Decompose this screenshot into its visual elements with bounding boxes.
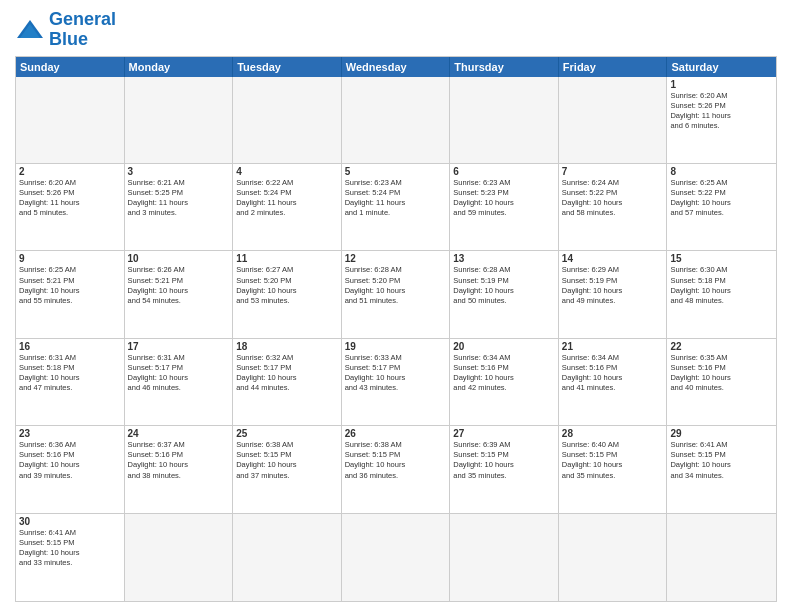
- calendar-cell: [233, 77, 342, 164]
- calendar-cell: [233, 514, 342, 601]
- date-number: 7: [562, 166, 664, 177]
- date-number: 4: [236, 166, 338, 177]
- cell-content: Sunrise: 6:33 AM Sunset: 5:17 PM Dayligh…: [345, 353, 447, 394]
- date-number: 11: [236, 253, 338, 264]
- day-header-friday: Friday: [559, 57, 668, 77]
- day-header-monday: Monday: [125, 57, 234, 77]
- date-number: 18: [236, 341, 338, 352]
- cell-content: Sunrise: 6:21 AM Sunset: 5:25 PM Dayligh…: [128, 178, 230, 219]
- cell-content: Sunrise: 6:41 AM Sunset: 5:15 PM Dayligh…: [670, 440, 773, 481]
- calendar-cell: 3Sunrise: 6:21 AM Sunset: 5:25 PM Daylig…: [125, 164, 234, 251]
- cell-content: Sunrise: 6:34 AM Sunset: 5:16 PM Dayligh…: [453, 353, 555, 394]
- date-number: 3: [128, 166, 230, 177]
- day-header-sunday: Sunday: [16, 57, 125, 77]
- logo-text: GeneralBlue: [49, 10, 116, 50]
- cell-content: Sunrise: 6:25 AM Sunset: 5:22 PM Dayligh…: [670, 178, 773, 219]
- date-number: 28: [562, 428, 664, 439]
- page: GeneralBlue SundayMondayTuesdayWednesday…: [0, 0, 792, 612]
- calendar-cell: 21Sunrise: 6:34 AM Sunset: 5:16 PM Dayli…: [559, 339, 668, 426]
- calendar-cell: 23Sunrise: 6:36 AM Sunset: 5:16 PM Dayli…: [16, 426, 125, 513]
- calendar-cell: 6Sunrise: 6:23 AM Sunset: 5:23 PM Daylig…: [450, 164, 559, 251]
- date-number: 16: [19, 341, 121, 352]
- calendar-cell: 8Sunrise: 6:25 AM Sunset: 5:22 PM Daylig…: [667, 164, 776, 251]
- date-number: 27: [453, 428, 555, 439]
- calendar: SundayMondayTuesdayWednesdayThursdayFrid…: [15, 56, 777, 602]
- calendar-cell: [559, 77, 668, 164]
- cell-content: Sunrise: 6:41 AM Sunset: 5:15 PM Dayligh…: [19, 528, 121, 569]
- cell-content: Sunrise: 6:31 AM Sunset: 5:18 PM Dayligh…: [19, 353, 121, 394]
- date-number: 21: [562, 341, 664, 352]
- cell-content: Sunrise: 6:36 AM Sunset: 5:16 PM Dayligh…: [19, 440, 121, 481]
- date-number: 24: [128, 428, 230, 439]
- cell-content: Sunrise: 6:20 AM Sunset: 5:26 PM Dayligh…: [670, 91, 773, 132]
- cell-content: Sunrise: 6:28 AM Sunset: 5:19 PM Dayligh…: [453, 265, 555, 306]
- date-number: 2: [19, 166, 121, 177]
- day-header-saturday: Saturday: [667, 57, 776, 77]
- calendar-cell: 15Sunrise: 6:30 AM Sunset: 5:18 PM Dayli…: [667, 251, 776, 338]
- calendar-cell: 19Sunrise: 6:33 AM Sunset: 5:17 PM Dayli…: [342, 339, 451, 426]
- day-header-tuesday: Tuesday: [233, 57, 342, 77]
- logo: GeneralBlue: [15, 10, 116, 50]
- cell-content: Sunrise: 6:29 AM Sunset: 5:19 PM Dayligh…: [562, 265, 664, 306]
- cell-content: Sunrise: 6:40 AM Sunset: 5:15 PM Dayligh…: [562, 440, 664, 481]
- date-number: 14: [562, 253, 664, 264]
- date-number: 23: [19, 428, 121, 439]
- calendar-cell: [342, 77, 451, 164]
- cell-content: Sunrise: 6:34 AM Sunset: 5:16 PM Dayligh…: [562, 353, 664, 394]
- cell-content: Sunrise: 6:30 AM Sunset: 5:18 PM Dayligh…: [670, 265, 773, 306]
- calendar-grid: 1Sunrise: 6:20 AM Sunset: 5:26 PM Daylig…: [16, 77, 776, 601]
- date-number: 6: [453, 166, 555, 177]
- date-number: 10: [128, 253, 230, 264]
- calendar-cell: 26Sunrise: 6:38 AM Sunset: 5:15 PM Dayli…: [342, 426, 451, 513]
- cell-content: Sunrise: 6:38 AM Sunset: 5:15 PM Dayligh…: [345, 440, 447, 481]
- calendar-cell: 2Sunrise: 6:20 AM Sunset: 5:26 PM Daylig…: [16, 164, 125, 251]
- cell-content: Sunrise: 6:22 AM Sunset: 5:24 PM Dayligh…: [236, 178, 338, 219]
- calendar-cell: 30Sunrise: 6:41 AM Sunset: 5:15 PM Dayli…: [16, 514, 125, 601]
- date-number: 8: [670, 166, 773, 177]
- cell-content: Sunrise: 6:23 AM Sunset: 5:24 PM Dayligh…: [345, 178, 447, 219]
- calendar-cell: [342, 514, 451, 601]
- calendar-cell: 25Sunrise: 6:38 AM Sunset: 5:15 PM Dayli…: [233, 426, 342, 513]
- calendar-cell: 4Sunrise: 6:22 AM Sunset: 5:24 PM Daylig…: [233, 164, 342, 251]
- date-number: 20: [453, 341, 555, 352]
- date-number: 22: [670, 341, 773, 352]
- cell-content: Sunrise: 6:39 AM Sunset: 5:15 PM Dayligh…: [453, 440, 555, 481]
- cell-content: Sunrise: 6:24 AM Sunset: 5:22 PM Dayligh…: [562, 178, 664, 219]
- cell-content: Sunrise: 6:20 AM Sunset: 5:26 PM Dayligh…: [19, 178, 121, 219]
- calendar-cell: 10Sunrise: 6:26 AM Sunset: 5:21 PM Dayli…: [125, 251, 234, 338]
- calendar-cell: 18Sunrise: 6:32 AM Sunset: 5:17 PM Dayli…: [233, 339, 342, 426]
- cell-content: Sunrise: 6:32 AM Sunset: 5:17 PM Dayligh…: [236, 353, 338, 394]
- calendar-cell: 12Sunrise: 6:28 AM Sunset: 5:20 PM Dayli…: [342, 251, 451, 338]
- date-number: 26: [345, 428, 447, 439]
- cell-content: Sunrise: 6:38 AM Sunset: 5:15 PM Dayligh…: [236, 440, 338, 481]
- date-number: 17: [128, 341, 230, 352]
- cell-content: Sunrise: 6:31 AM Sunset: 5:17 PM Dayligh…: [128, 353, 230, 394]
- calendar-cell: [559, 514, 668, 601]
- cell-content: Sunrise: 6:23 AM Sunset: 5:23 PM Dayligh…: [453, 178, 555, 219]
- calendar-cell: 22Sunrise: 6:35 AM Sunset: 5:16 PM Dayli…: [667, 339, 776, 426]
- calendar-cell: 24Sunrise: 6:37 AM Sunset: 5:16 PM Dayli…: [125, 426, 234, 513]
- date-number: 1: [670, 79, 773, 90]
- cell-content: Sunrise: 6:25 AM Sunset: 5:21 PM Dayligh…: [19, 265, 121, 306]
- date-number: 15: [670, 253, 773, 264]
- header: GeneralBlue: [15, 10, 777, 50]
- calendar-cell: 9Sunrise: 6:25 AM Sunset: 5:21 PM Daylig…: [16, 251, 125, 338]
- date-number: 9: [19, 253, 121, 264]
- calendar-cell: 29Sunrise: 6:41 AM Sunset: 5:15 PM Dayli…: [667, 426, 776, 513]
- date-number: 5: [345, 166, 447, 177]
- calendar-cell: 17Sunrise: 6:31 AM Sunset: 5:17 PM Dayli…: [125, 339, 234, 426]
- calendar-cell: 27Sunrise: 6:39 AM Sunset: 5:15 PM Dayli…: [450, 426, 559, 513]
- calendar-cell: 28Sunrise: 6:40 AM Sunset: 5:15 PM Dayli…: [559, 426, 668, 513]
- calendar-cell: [450, 77, 559, 164]
- cell-content: Sunrise: 6:28 AM Sunset: 5:20 PM Dayligh…: [345, 265, 447, 306]
- calendar-cell: 20Sunrise: 6:34 AM Sunset: 5:16 PM Dayli…: [450, 339, 559, 426]
- cell-content: Sunrise: 6:37 AM Sunset: 5:16 PM Dayligh…: [128, 440, 230, 481]
- calendar-cell: 11Sunrise: 6:27 AM Sunset: 5:20 PM Dayli…: [233, 251, 342, 338]
- date-number: 19: [345, 341, 447, 352]
- calendar-cell: [667, 514, 776, 601]
- calendar-cell: [125, 514, 234, 601]
- calendar-cell: 14Sunrise: 6:29 AM Sunset: 5:19 PM Dayli…: [559, 251, 668, 338]
- cell-content: Sunrise: 6:35 AM Sunset: 5:16 PM Dayligh…: [670, 353, 773, 394]
- calendar-cell: 13Sunrise: 6:28 AM Sunset: 5:19 PM Dayli…: [450, 251, 559, 338]
- calendar-cell: [125, 77, 234, 164]
